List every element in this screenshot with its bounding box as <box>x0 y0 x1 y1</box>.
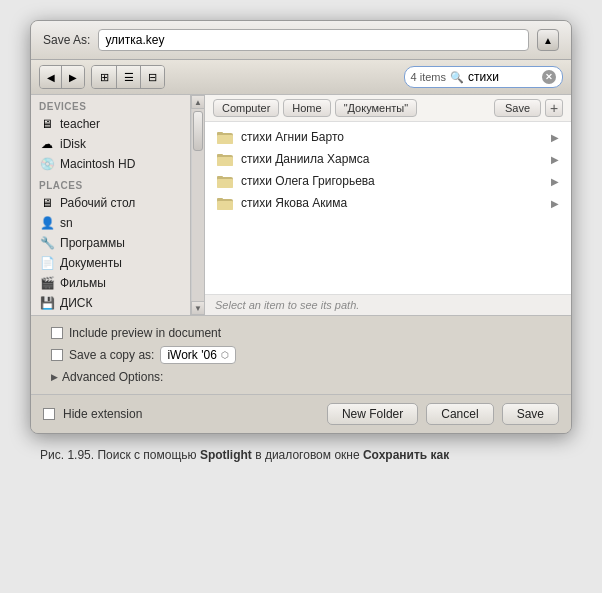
sidebar-item-idisk[interactable]: ☁ iDisk <box>31 134 190 154</box>
sidebar-item-label-idisk: iDisk <box>60 137 86 151</box>
filename-input[interactable] <box>98 29 529 51</box>
preview-checkbox[interactable] <box>51 327 63 339</box>
caption-sохранить: Сохранить как <box>363 448 449 462</box>
file-arrow-0: ▶ <box>551 132 559 143</box>
desktop-icon: 🖥 <box>39 195 55 211</box>
preview-option-row: Include preview in document <box>51 326 551 340</box>
folder-icon-0 <box>217 129 233 145</box>
file-arrow-3: ▶ <box>551 198 559 209</box>
preview-label: Include preview in document <box>69 326 221 340</box>
bottom-bar: Hide extension New Folder Cancel Save <box>31 394 571 433</box>
sidebar-item-sn[interactable]: 👤 sn <box>31 213 190 233</box>
sidebar-item-label-disk: ДИСК <box>60 296 92 310</box>
search-input[interactable] <box>468 70 538 84</box>
sidebar-item-desktop[interactable]: 🖥 Рабочий стол <box>31 193 190 213</box>
places-section-label: PLACES <box>31 174 190 193</box>
file-name-2: стихи Олега Григорьева <box>241 174 543 188</box>
copy-label: Save a copy as: <box>69 348 154 362</box>
save-button[interactable]: Save <box>502 403 559 425</box>
sort-icon: ▲ <box>543 35 553 46</box>
folder-icon-2 <box>217 173 233 189</box>
cancel-button[interactable]: Cancel <box>426 403 493 425</box>
documents-icon: 📄 <box>39 255 55 271</box>
sidebar-item-label-sn: sn <box>60 216 73 230</box>
folder-icon-1 <box>217 151 233 167</box>
sidebar-item-macintosh[interactable]: 💿 Macintosh HD <box>31 154 190 174</box>
scroll-down-button[interactable]: ▼ <box>191 301 205 315</box>
file-item-1[interactable]: стихи Даниила Хармса ▶ <box>205 148 571 170</box>
save-dialog: Save As: ▲ ◀ ▶ ⊞ ☰ <box>30 20 572 434</box>
svg-rect-2 <box>217 132 223 135</box>
column-view-icon: ⊟ <box>148 71 157 84</box>
sidebar-scrollbar: ▲ ▼ <box>191 95 205 315</box>
list-view-button[interactable]: ☰ <box>116 66 140 88</box>
documents-breadcrumb[interactable]: "Документы" <box>335 99 418 117</box>
file-item-2[interactable]: стихи Олега Григорьева ▶ <box>205 170 571 192</box>
icon-view-button[interactable]: ⊞ <box>92 66 116 88</box>
sidebar-item-label-movies: Фильмы <box>60 276 106 290</box>
sn-icon: 👤 <box>39 215 55 231</box>
svg-rect-8 <box>217 176 223 179</box>
file-item-0[interactable]: стихи Агнии Барто ▶ <box>205 126 571 148</box>
disk-icon: 💾 <box>39 295 55 311</box>
content-area: DEVICES 🖥 teacher ☁ iDisk 💿 Macintosh HD… <box>31 95 571 315</box>
sidebar-item-movies[interactable]: 🎬 Фильмы <box>31 273 190 293</box>
new-folder-button[interactable]: New Folder <box>327 403 418 425</box>
scroll-track <box>192 109 204 301</box>
column-view-button[interactable]: ⊟ <box>140 66 164 88</box>
advanced-row: ▶ Advanced Options: <box>51 370 551 384</box>
sidebar: DEVICES 🖥 teacher ☁ iDisk 💿 Macintosh HD… <box>31 95 191 315</box>
sidebar-item-disk[interactable]: 💾 ДИСК <box>31 293 190 313</box>
forward-icon: ▶ <box>69 72 77 83</box>
copy-checkbox[interactable] <box>51 349 63 361</box>
search-area: 4 items 🔍 ✕ <box>404 66 563 88</box>
file-item-3[interactable]: стихи Якова Акима ▶ <box>205 192 571 214</box>
caption: Рис. 1.95. Поиск с помощью Spotlight в д… <box>30 434 572 472</box>
sidebar-item-music[interactable]: 🎵 Музыка <box>31 313 190 315</box>
file-name-0: стихи Агнии Барто <box>241 130 543 144</box>
idisk-icon: ☁ <box>39 136 55 152</box>
home-breadcrumb[interactable]: Home <box>283 99 330 117</box>
sort-button[interactable]: ▲ <box>537 29 559 51</box>
sidebar-item-label-programs: Программы <box>60 236 125 250</box>
caption-middle: в диалоговом окне <box>252 448 363 462</box>
devices-section-label: DEVICES <box>31 95 190 114</box>
computer-breadcrumb[interactable]: Computer <box>213 99 279 117</box>
back-icon: ◀ <box>47 72 55 83</box>
sidebar-item-label-desktop: Рабочий стол <box>60 196 135 210</box>
sidebar-item-label-documents: Документы <box>60 256 122 270</box>
hide-extension-checkbox[interactable] <box>43 408 55 420</box>
add-button[interactable]: + <box>545 99 563 117</box>
programs-icon: 🔧 <box>39 235 55 251</box>
scroll-up-button[interactable]: ▲ <box>191 95 205 109</box>
scroll-thumb[interactable] <box>193 111 203 151</box>
sidebar-item-programs[interactable]: 🔧 Программы <box>31 233 190 253</box>
save-toolbar-button[interactable]: Save <box>494 99 541 117</box>
icon-view-icon: ⊞ <box>100 71 109 84</box>
search-clear-button[interactable]: ✕ <box>542 70 556 84</box>
movies-icon: 🎬 <box>39 275 55 291</box>
sidebar-item-teacher[interactable]: 🖥 teacher <box>31 114 190 134</box>
sidebar-item-label-teacher: teacher <box>60 117 100 131</box>
hide-extension-label: Hide extension <box>63 407 142 421</box>
file-name-3: стихи Якова Акима <box>241 196 543 210</box>
svg-rect-4 <box>217 157 233 166</box>
toolbar: ◀ ▶ ⊞ ☰ ⊟ 4 items 🔍 <box>31 60 571 95</box>
svg-rect-5 <box>217 154 223 157</box>
file-list: стихи Агнии Барто ▶ стихи Даниила Хармса… <box>205 122 571 294</box>
teacher-icon: 🖥 <box>39 116 55 132</box>
advanced-label: Advanced Options: <box>62 370 163 384</box>
sidebar-item-documents[interactable]: 📄 Документы <box>31 253 190 273</box>
caption-prefix: Рис. 1.95. Поиск с помощью <box>40 448 200 462</box>
folder-icon-3 <box>217 195 233 211</box>
search-icon: 🔍 <box>450 71 464 84</box>
caption-spotlight: Spotlight <box>200 448 252 462</box>
file-arrow-1: ▶ <box>551 154 559 165</box>
items-count: 4 items <box>411 71 446 83</box>
breadcrumb-bar: Computer Home "Документы" Save + <box>205 95 571 122</box>
file-name-1: стихи Даниила Хармса <box>241 152 543 166</box>
forward-button[interactable]: ▶ <box>62 66 84 88</box>
save-as-label: Save As: <box>43 33 90 47</box>
format-select[interactable]: iWork '06 ⬡ <box>160 346 235 364</box>
back-button[interactable]: ◀ <box>40 66 62 88</box>
